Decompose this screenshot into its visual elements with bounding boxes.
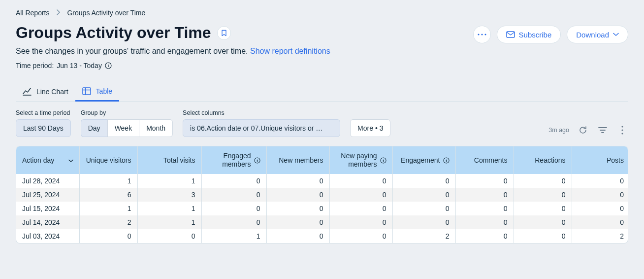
cell-comments: 0: [455, 202, 514, 215]
page-subtitle: See the changes in your groups' traffic …: [16, 47, 330, 56]
cell-total_visits: 1: [137, 202, 201, 215]
breadcrumb-root-link[interactable]: All Reports: [16, 9, 49, 17]
cell-unique_visitors: 1: [79, 202, 137, 215]
show-definitions-link[interactable]: Show report definitions: [250, 47, 330, 55]
table-icon: [82, 87, 91, 95]
col-reactions[interactable]: Reactions: [514, 146, 572, 174]
col-label: Unique visitors: [86, 156, 131, 164]
col-label: Posts: [607, 156, 624, 164]
cell-unique_visitors: 2: [79, 215, 137, 229]
cell-new_members: 0: [266, 202, 329, 215]
svg-rect-15: [383, 160, 383, 162]
cell-action_day: Jul 15, 2024: [16, 202, 79, 215]
cell-new_paying_members: 0: [329, 215, 392, 229]
info-icon[interactable]: [105, 62, 112, 69]
svg-rect-7: [83, 88, 91, 95]
col-new-paying-members[interactable]: New paying members: [329, 146, 392, 174]
breadcrumb-current: Groups Activity over Time: [67, 9, 145, 17]
download-button[interactable]: Download: [567, 26, 628, 43]
refresh-button[interactable]: [577, 124, 589, 136]
col-total-visits[interactable]: Total visits: [137, 146, 201, 174]
col-posts[interactable]: Posts: [572, 146, 628, 174]
table-row: Jul 14, 2024210000000: [16, 215, 628, 229]
mail-icon: [506, 31, 515, 38]
chevron-down-icon: [68, 156, 73, 164]
cell-engagement: 0: [392, 174, 455, 188]
group-by-segmented: Day Week Month: [81, 119, 173, 137]
view-tabs: Line Chart Table: [16, 82, 628, 102]
data-age-label: 3m ago: [548, 127, 569, 134]
svg-rect-2: [108, 64, 108, 64]
cell-new_paying_members: 0: [329, 174, 392, 188]
cell-engagement: 0: [392, 188, 455, 202]
refresh-icon: [579, 126, 587, 135]
cell-unique_visitors: 6: [79, 188, 137, 202]
subscribe-button[interactable]: Subscribe: [497, 26, 561, 43]
cell-posts: 0: [572, 202, 628, 215]
info-icon[interactable]: [254, 157, 260, 164]
svg-point-4: [481, 34, 483, 35]
cell-new_members: 0: [266, 188, 329, 202]
time-period-select[interactable]: Last 90 Days: [16, 119, 71, 137]
group-by-week[interactable]: Week: [107, 119, 139, 137]
svg-rect-19: [446, 159, 446, 159]
subscribe-label: Subscribe: [519, 31, 552, 39]
table-header-row: Action day Unique visitors Total visits …: [16, 146, 628, 174]
svg-rect-13: [257, 159, 257, 159]
svg-point-9: [621, 129, 623, 131]
col-new-members[interactable]: New members: [266, 146, 329, 174]
info-icon[interactable]: [443, 157, 450, 164]
cell-reactions: 0: [514, 202, 572, 215]
subtitle-text: See the changes in your groups' traffic …: [16, 47, 248, 55]
col-comments[interactable]: Comments: [455, 146, 514, 174]
cell-reactions: 0: [514, 229, 572, 243]
tab-line-chart[interactable]: Line Chart: [16, 83, 75, 101]
svg-point-10: [621, 133, 623, 134]
col-unique-visitors[interactable]: Unique visitors: [79, 146, 137, 174]
group-by-label: Group by: [81, 109, 173, 116]
cell-total_visits: 3: [137, 188, 201, 202]
col-label: Comments: [474, 156, 508, 164]
cell-reactions: 0: [514, 188, 572, 202]
select-columns-label: Select columns: [183, 109, 340, 116]
filter-button[interactable]: [597, 124, 609, 136]
select-columns-chip[interactable]: is 06.Action date or 07.Unique visitors …: [183, 119, 340, 137]
svg-point-3: [478, 34, 479, 35]
more-filters-button[interactable]: More • 3: [350, 119, 390, 137]
col-label: Engagement: [401, 156, 440, 164]
cell-unique_visitors: 0: [79, 229, 137, 243]
time-period-label: Time period:: [16, 62, 54, 70]
col-label: Action day: [22, 156, 54, 164]
cell-action_day: Jul 28, 2024: [16, 174, 79, 188]
cell-comments: 0: [455, 174, 514, 188]
col-engagement[interactable]: Engagement: [392, 146, 455, 174]
more-horizontal-icon: [478, 34, 486, 35]
svg-rect-6: [507, 32, 515, 37]
cell-reactions: 0: [514, 215, 572, 229]
info-icon[interactable]: [380, 157, 386, 164]
col-action-day[interactable]: Action day: [16, 146, 79, 174]
cell-action_day: Jul 03, 2024: [16, 229, 79, 243]
tab-table[interactable]: Table: [75, 82, 119, 102]
cell-engaged_members: 1: [201, 229, 266, 243]
kebab-menu-button[interactable]: [616, 124, 628, 136]
cell-action_day: Jul 14, 2024: [16, 215, 79, 229]
group-by-day[interactable]: Day: [81, 119, 107, 137]
time-period-value: Jun 13 - Today: [57, 62, 102, 70]
cell-posts: 0: [572, 215, 628, 229]
group-by-month[interactable]: Month: [139, 119, 173, 137]
cell-new_members: 0: [266, 174, 329, 188]
table-row: Jul 25, 2024630000000: [16, 188, 628, 202]
bookmark-button[interactable]: [217, 26, 231, 40]
col-engaged-members[interactable]: Engaged members: [201, 146, 266, 174]
cell-posts: 0: [572, 188, 628, 202]
more-actions-button[interactable]: [473, 26, 491, 43]
cell-unique_visitors: 1: [79, 174, 137, 188]
filter-icon: [598, 127, 607, 134]
cell-total_visits: 0: [137, 229, 201, 243]
breadcrumb: All Reports Groups Activity over Time: [16, 9, 628, 17]
cell-engaged_members: 0: [201, 202, 266, 215]
page-title: Groups Activity over Time: [16, 24, 211, 42]
cell-engaged_members: 0: [201, 188, 266, 202]
table-row: Jul 15, 2024110000000: [16, 202, 628, 215]
